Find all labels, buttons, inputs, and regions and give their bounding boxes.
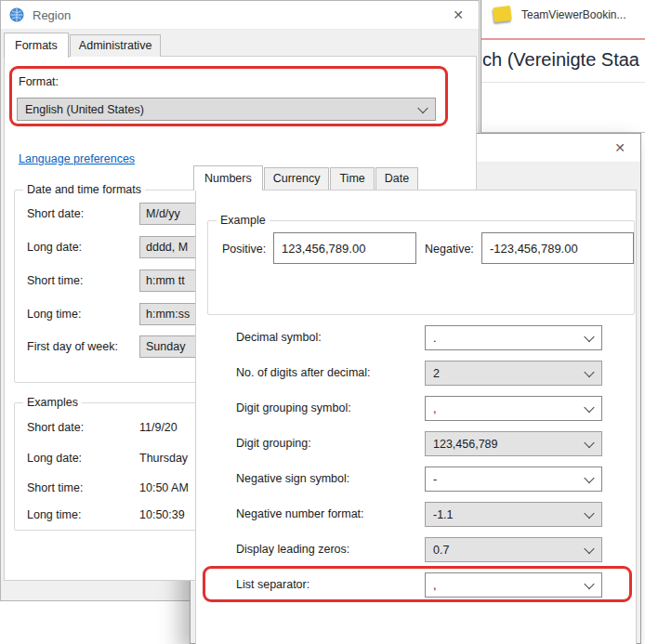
positive-example-box: 123,456,789.00 bbox=[273, 232, 416, 264]
digits-after-decimal-dropdown[interactable]: 2 bbox=[425, 361, 602, 386]
chevron-down-icon bbox=[584, 578, 594, 588]
digit-grouping-symbol-label: Digit grouping symbol: bbox=[236, 401, 351, 414]
long-time-value: h:mm:ss bbox=[146, 308, 190, 321]
list-separator-value: , bbox=[433, 579, 436, 592]
display-leading-zeros-value: 0.7 bbox=[433, 544, 449, 557]
digit-grouping-value: 123,456,789 bbox=[433, 438, 498, 451]
format-value: English (United States) bbox=[25, 103, 144, 116]
example-group-title: Example bbox=[217, 214, 270, 227]
short-date-label: Short date: bbox=[27, 207, 84, 220]
long-date-value: dddd, M bbox=[146, 241, 188, 254]
ex-long-time-value: 10:50:39 bbox=[139, 508, 185, 521]
background-window: TeamViewerBookin... ch (Vereinigte Staa bbox=[480, 0, 645, 133]
digit-grouping-symbol-dropdown[interactable]: , bbox=[425, 396, 602, 421]
chevron-down-icon bbox=[417, 102, 428, 112]
digits-after-decimal-value: 2 bbox=[433, 367, 440, 380]
ex-long-date-value: Thursday bbox=[139, 452, 188, 465]
chevron-down-icon bbox=[584, 401, 594, 412]
negative-number-format-label: Negative number format: bbox=[236, 507, 364, 520]
customize-close-icon[interactable]: ✕ bbox=[605, 134, 635, 161]
chevron-down-icon bbox=[584, 366, 594, 376]
ex-short-date-label: Short date: bbox=[27, 421, 84, 434]
chevron-down-icon bbox=[584, 472, 594, 482]
decimal-symbol-value: . bbox=[433, 332, 436, 345]
digit-grouping-label: Digit grouping: bbox=[236, 437, 311, 450]
chevron-down-icon bbox=[584, 507, 594, 518]
ex-short-date-value: 11/9/20 bbox=[139, 421, 178, 434]
datetime-group-title: Date and time formats bbox=[23, 183, 145, 196]
customize-tabstrip: Numbers Currency Time Date bbox=[191, 163, 640, 190]
short-time-label: Short time: bbox=[27, 274, 83, 287]
long-date-label: Long date: bbox=[27, 241, 82, 254]
negative-number-format-value: -1.1 bbox=[433, 508, 454, 521]
list-separator-dropdown[interactable]: , bbox=[425, 572, 602, 598]
chevron-down-icon bbox=[584, 543, 594, 553]
positive-label: Positive: bbox=[222, 243, 266, 256]
long-time-label: Long time: bbox=[27, 308, 81, 321]
first-day-value: Sunday bbox=[146, 340, 185, 353]
tab-formats[interactable]: Formats bbox=[4, 33, 69, 58]
short-time-value: h:mm tt bbox=[146, 274, 185, 287]
tab-date[interactable]: Date bbox=[375, 167, 418, 190]
ex-short-time-value: 10:50 AM bbox=[139, 481, 189, 494]
negative-label: Negative: bbox=[425, 243, 474, 256]
chevron-down-icon bbox=[584, 437, 594, 447]
negative-example-box: -123,456,789.00 bbox=[481, 232, 634, 264]
decimal-symbol-label: Decimal symbol: bbox=[236, 331, 322, 344]
tab-numbers[interactable]: Numbers bbox=[193, 165, 263, 191]
negative-sign-symbol-dropdown[interactable]: - bbox=[425, 467, 602, 492]
folder-icon bbox=[493, 6, 512, 22]
digit-grouping-symbol-value: , bbox=[433, 402, 436, 415]
region-tabstrip: Formats Administrative bbox=[1, 30, 479, 57]
negative-example-value: -123,456,789.00 bbox=[490, 242, 578, 256]
ex-long-date-label: Long date: bbox=[27, 452, 82, 465]
shortcut-label[interactable]: TeamViewerBookin... bbox=[521, 8, 626, 21]
tab-currency[interactable]: Currency bbox=[264, 167, 330, 190]
digit-grouping-dropdown[interactable]: 123,456,789 bbox=[425, 431, 602, 456]
region-title: Region bbox=[33, 8, 71, 22]
list-separator-label: List separator: bbox=[236, 578, 309, 591]
display-leading-zeros-label: Display leading zeros: bbox=[236, 543, 349, 556]
negative-sign-symbol-label: Negative sign symbol: bbox=[236, 472, 349, 485]
partial-locale-text: ch (Vereinigte Staa bbox=[482, 49, 639, 71]
customize-format-dialog: Customize Format ✕ Numbers Currency Time… bbox=[190, 133, 641, 644]
accent-line bbox=[481, 38, 645, 40]
examples-group-title: Examples bbox=[23, 396, 82, 409]
display-leading-zeros-dropdown[interactable]: 0.7 bbox=[425, 537, 602, 562]
negative-sign-symbol-value: - bbox=[433, 473, 437, 486]
region-titlebar: Region ✕ bbox=[1, 1, 479, 30]
region-close-icon[interactable]: ✕ bbox=[443, 1, 473, 28]
negative-number-format-dropdown[interactable]: -1.1 bbox=[425, 502, 602, 527]
short-date-value: M/d/yy bbox=[146, 207, 180, 220]
format-dropdown[interactable]: English (United States) bbox=[17, 98, 436, 121]
tab-time[interactable]: Time bbox=[330, 167, 374, 190]
customize-numbers-page: Example Positive: 123,456,789.00 Negativ… bbox=[195, 190, 637, 644]
positive-example-value: 123,456,789.00 bbox=[282, 242, 365, 256]
ex-long-time-label: Long time: bbox=[27, 508, 81, 521]
ex-short-time-label: Short time: bbox=[27, 481, 83, 494]
first-day-label: First day of week: bbox=[27, 340, 118, 353]
decimal-symbol-dropdown[interactable]: . bbox=[425, 325, 602, 350]
language-preferences-link[interactable]: Language preferences bbox=[19, 152, 135, 165]
format-label: Format: bbox=[19, 75, 59, 88]
chevron-down-icon bbox=[584, 331, 594, 341]
divider bbox=[481, 82, 645, 83]
tab-administrative[interactable]: Administrative bbox=[70, 34, 162, 57]
digits-after-decimal-label: No. of digits after decimal: bbox=[236, 366, 371, 379]
globe-icon bbox=[9, 7, 24, 22]
